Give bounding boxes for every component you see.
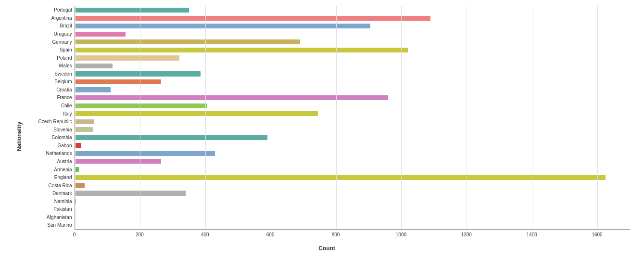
y-label: Wales [24,64,72,68]
y-label: Denmark [24,191,72,196]
y-label: Croatia [24,88,72,92]
bar [75,79,162,84]
y-label: France [24,95,72,100]
y-label: Colombia [24,135,72,140]
y-label: Portugal [24,8,72,13]
y-label: Armenia [24,168,72,172]
bar [75,206,76,211]
y-label: Namibia [24,199,72,204]
bar-row [75,54,630,62]
y-label: Brazil [24,24,72,28]
x-tick: 1400 [527,232,537,237]
bar-row [75,173,630,181]
bar-row [75,189,630,197]
bar [75,39,300,44]
x-axis-label: Count [24,244,630,252]
bar-row [75,70,630,78]
bar-row [75,142,630,150]
bar [75,111,318,116]
bar-row [75,181,630,190]
y-label: England [24,175,72,180]
bar-row [75,6,630,14]
x-tick: 1600 [592,232,602,237]
y-label: Czech Republic [24,119,72,124]
bar [75,103,207,108]
y-labels: PortugalArgentinaBrazilUruguayGermanySpa… [24,6,75,230]
bar-row [75,22,630,30]
y-label: Chile [24,103,72,108]
bar [75,215,76,219]
y-label: Netherlands [24,151,72,156]
bar-row [75,213,630,221]
y-label: Austria [24,159,72,164]
bar [75,135,268,140]
bar [75,24,370,28]
bar-row [75,94,630,102]
bar [75,8,189,13]
bar [75,199,76,204]
y-label: Costa Rica [24,183,72,188]
y-label: Sweden [24,72,72,77]
bar [75,167,79,172]
bar-row [75,197,630,206]
y-label: Uruguay [24,32,72,37]
bar [75,191,186,195]
bar-row [75,117,630,126]
x-tick: 400 [201,232,209,237]
bar [75,223,76,228]
bar-row [75,78,630,86]
bar-row [75,86,630,94]
bar-row [75,110,630,118]
x-tick: 800 [332,232,340,237]
y-label: Gabon [24,143,72,148]
bar-row [75,14,630,23]
y-label: Spain [24,48,72,52]
x-axis: 02004006008001000120014001600 [75,230,630,244]
y-axis-label: Nationality [14,6,24,252]
bar [75,48,408,52]
bar-row [75,150,630,158]
bar [75,71,201,76]
bar [75,119,95,124]
bar [75,16,431,21]
bar-row [75,126,630,134]
x-tick: 1200 [461,232,472,237]
y-label: Argentina [24,16,72,21]
bar-row [75,166,630,174]
x-tick: 600 [266,232,275,237]
bar-row [75,134,630,142]
bar [75,151,215,156]
x-tick: 1000 [396,232,406,237]
y-label: Afghanistan [24,215,72,220]
y-label: Slovenia [24,128,72,132]
chart-container: Nationality PortugalArgentinaBrazilUrugu… [14,6,630,252]
y-label: Belgium [24,79,72,84]
bar-row [75,30,630,39]
bar-row [75,38,630,46]
bar-row [75,205,630,213]
y-label: Germany [24,40,72,45]
bar [75,64,113,68]
bar-row [75,221,630,229]
y-label: Pakistan [24,207,72,212]
bar [75,159,162,164]
x-tick: 0 [73,232,76,237]
bar-row [75,157,630,166]
bar [75,32,126,37]
bar-row [75,102,630,110]
bars-area [75,6,630,230]
y-label: Italy [24,112,72,116]
bar [75,55,179,60]
bar [75,175,606,180]
bar [75,95,389,100]
bar [75,183,85,188]
bar [75,127,93,132]
bar [75,87,111,92]
bar-row [75,62,630,70]
bar [75,143,82,148]
bar-row [75,46,630,54]
y-label: Poland [24,56,72,61]
y-label: San Marino [24,223,72,228]
x-tick: 200 [136,232,144,237]
